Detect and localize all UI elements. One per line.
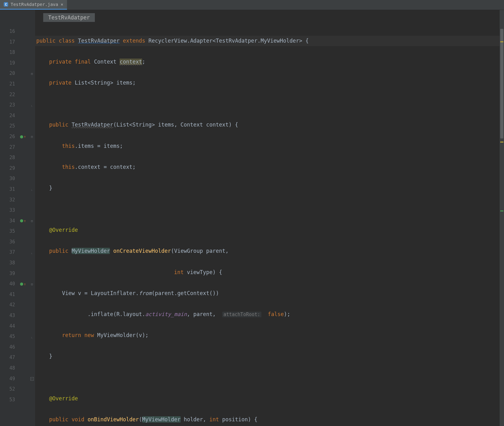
fold-gutter: ⊟⌞⊟⌞⊟⌞⊟⌞+ [29,10,35,426]
line-number-gutter: 1617181920212223242526272829303132333435… [0,10,19,426]
override-icon[interactable] [20,283,23,286]
editor-tab[interactable]: C TestRvAdatper.java × [0,0,67,10]
warning-marker[interactable] [500,142,503,143]
fold-end-icon: ⌞ [31,187,33,191]
override-icon[interactable] [20,135,23,138]
fold-open-icon[interactable]: ⊟ [31,72,33,76]
scrollbar[interactable] [500,10,504,426]
marker-gutter: ↑↑↑ [19,10,29,426]
code-text[interactable]: public class TestRvAdatper extends Recyc… [35,25,504,426]
fold-expand-icon[interactable]: + [30,377,34,381]
breadcrumb[interactable]: TestRvAdatper [43,13,95,22]
inline-hint: attachToRoot: [222,312,261,317]
tab-filename: TestRvAdatper.java [11,2,58,7]
close-icon[interactable]: × [61,2,63,7]
scrollbar-thumb[interactable] [500,29,503,138]
warning-marker[interactable] [500,41,503,42]
fold-open-icon[interactable]: ⊟ [31,135,33,139]
override-icon[interactable] [20,219,23,222]
tab-bar: C TestRvAdatper.java × [0,0,504,10]
ok-marker[interactable] [500,210,503,211]
fold-end-icon: ⌞ [31,103,33,107]
fold-end-icon: ⌞ [31,251,33,255]
fold-open-icon[interactable]: ⊟ [31,219,33,223]
java-class-icon: C [4,2,8,7]
editor: 1617181920212223242526272829303132333435… [0,10,504,426]
code-area[interactable]: TestRvAdatper public class TestRvAdatper… [35,10,504,426]
fold-open-icon[interactable]: ⊟ [31,282,33,286]
fold-end-icon: ⌞ [31,335,33,339]
